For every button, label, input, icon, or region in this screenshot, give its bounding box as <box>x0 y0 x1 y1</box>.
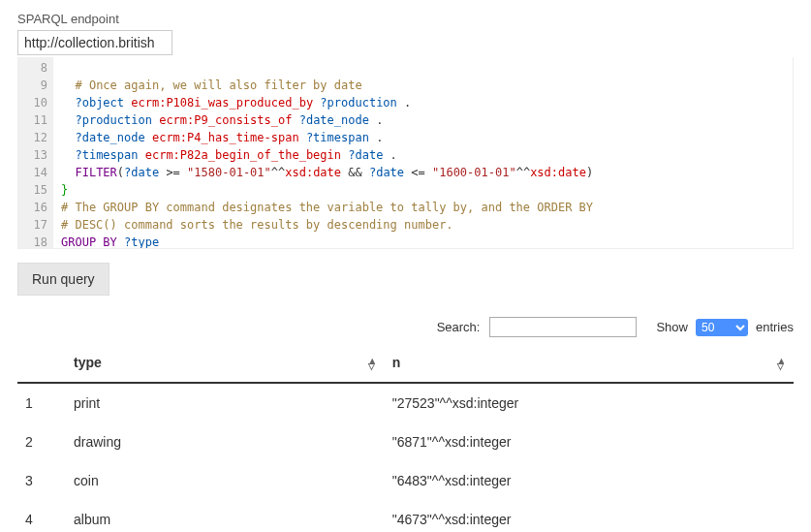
cell-n: "27523"^^xsd:integer <box>385 383 794 422</box>
code-line[interactable] <box>61 59 785 77</box>
code-line[interactable]: ?timespan ecrm:P82a_begin_of_the_begin ?… <box>61 146 785 164</box>
cell-type: album <box>66 500 385 532</box>
entries-select[interactable]: 50 <box>696 319 748 336</box>
cell-n: "4673"^^xsd:integer <box>385 500 794 532</box>
search-label: Search: <box>437 320 481 334</box>
cell-type: drawing <box>66 422 385 461</box>
code-line[interactable]: ?date_node ecrm:P4_has_time-span ?timesp… <box>61 129 785 146</box>
code-line[interactable]: GROUP BY ?type <box>61 234 785 249</box>
show-label: Show <box>656 320 688 334</box>
endpoint-label: SPARQL endpoint <box>17 12 794 26</box>
column-header-index <box>17 345 66 383</box>
code-line[interactable]: FILTER(?date >= "1580-01-01"^^xsd:date &… <box>61 164 785 181</box>
cell-n: "6483"^^xsd:integer <box>385 461 794 500</box>
results-table: type ▲▽ n ▲▽ 1print"27523"^^xsd:integer2… <box>17 345 794 532</box>
table-row: 4album"4673"^^xsd:integer <box>17 500 794 532</box>
row-index: 2 <box>17 422 66 461</box>
code-line[interactable]: ?object ecrm:P108i_was_produced_by ?prod… <box>61 94 785 111</box>
sort-icon[interactable]: ▲▽ <box>777 358 786 369</box>
column-header-type-label: type <box>74 355 102 370</box>
run-query-button[interactable]: Run query <box>17 263 109 296</box>
table-row: 3coin"6483"^^xsd:integer <box>17 461 794 500</box>
table-row: 1print"27523"^^xsd:integer <box>17 383 794 422</box>
code-line[interactable]: # DESC() command sorts the results by de… <box>61 216 785 234</box>
cell-n: "6871"^^xsd:integer <box>385 422 794 461</box>
code-line[interactable]: } <box>61 181 785 199</box>
row-index: 1 <box>17 383 66 422</box>
code-line[interactable]: # Once again, we will also filter by dat… <box>61 77 785 94</box>
column-header-type[interactable]: type ▲▽ <box>66 345 385 383</box>
entries-label: entries <box>756 320 794 334</box>
editor-gutter: 8910111213141516171819 <box>18 57 53 248</box>
sort-icon[interactable]: ▲▽ <box>368 358 377 369</box>
search-input[interactable] <box>489 317 637 337</box>
code-line[interactable]: ?production ecrm:P9_consists_of ?date_no… <box>61 111 785 129</box>
row-index: 4 <box>17 500 66 532</box>
column-header-n[interactable]: n ▲▽ <box>385 345 794 383</box>
endpoint-input[interactable] <box>17 30 172 55</box>
row-index: 3 <box>17 461 66 500</box>
table-controls: Search: Show 50 entries <box>17 317 794 337</box>
code-line[interactable]: # The GROUP BY command designates the va… <box>61 199 785 216</box>
table-row: 2drawing"6871"^^xsd:integer <box>17 422 794 461</box>
cell-type: coin <box>66 461 385 500</box>
sparql-editor[interactable]: 8910111213141516171819 # Once again, we … <box>17 57 794 249</box>
column-header-n-label: n <box>392 355 401 370</box>
cell-type: print <box>66 383 385 422</box>
editor-lines[interactable]: # Once again, we will also filter by dat… <box>53 57 793 249</box>
